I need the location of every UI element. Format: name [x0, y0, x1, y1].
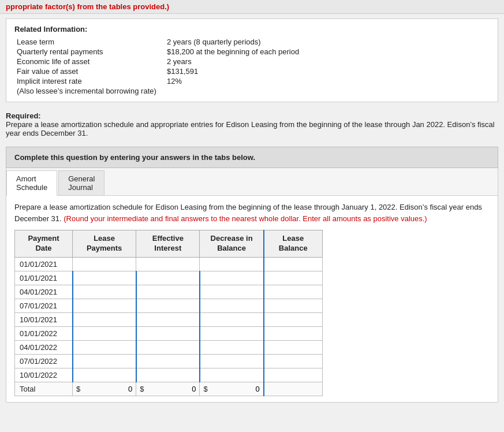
- row-1-lease-balance-input[interactable]: [268, 274, 319, 282]
- row-5-decrease-balance-input[interactable]: [209, 329, 260, 338]
- row-3-lease-balance-input[interactable]: [268, 301, 319, 310]
- row-1-decrease-balance-input[interactable]: [209, 274, 260, 282]
- row-4-effective-interest-cell: [136, 312, 200, 326]
- row-3-lease-payment-input[interactable]: [81, 301, 132, 310]
- total-dec-bal-dollar: $: [203, 385, 207, 393]
- row-4-date: 10/01/2021: [15, 312, 73, 326]
- col-header-payment-date: Payment Date: [15, 230, 73, 258]
- table-row: 01/01/2022: [15, 326, 323, 340]
- row-8-effective-interest-input[interactable]: [145, 371, 196, 379]
- row-5-decrease-balance-cell: [200, 326, 264, 340]
- row-6-decrease-balance-input[interactable]: [209, 343, 260, 352]
- row-8-lease-payment-input[interactable]: [81, 371, 132, 379]
- row-3-decrease-balance-cell: [200, 299, 264, 312]
- total-lease-balance-cell: [264, 382, 323, 396]
- row-6-lease-balance-cell: [264, 340, 323, 354]
- total-lease-payment-input[interactable]: [81, 385, 132, 393]
- row-2-lease-balance-cell: [264, 285, 323, 299]
- tab-amort-line1: Amort: [16, 174, 47, 183]
- row-2-lease-balance-input[interactable]: [268, 288, 319, 296]
- row-1-date: 01/01/2021: [15, 271, 73, 285]
- row-7-lease-balance-input[interactable]: [268, 357, 319, 366]
- row-0-decrease-balance-cell: [200, 257, 264, 271]
- row-4-effective-interest-input[interactable]: [145, 315, 196, 324]
- row-4-decrease-balance-cell: [200, 312, 264, 326]
- related-info-row-5: (Also lessee’s incremental borrowing rat…: [14, 86, 490, 96]
- row-0-lease-balance-input[interactable]: [268, 260, 319, 269]
- tab-journal[interactable]: General Journal: [58, 170, 104, 195]
- instruction-red: (Round your intermediate and final answe…: [64, 214, 427, 223]
- row-6-effective-interest-cell: [136, 340, 200, 354]
- instruction-block: Prepare a lease amortization schedule fo…: [14, 202, 490, 224]
- row-7-lease-payment-cell: [73, 354, 136, 368]
- related-info-title: Related Information:: [14, 25, 490, 33]
- row-7-effective-interest-cell: [136, 354, 200, 368]
- total-lease-payment-cell: $: [73, 382, 136, 396]
- row-6-lease-balance-input[interactable]: [268, 343, 319, 352]
- tab-journal-line2: Journal: [68, 183, 95, 192]
- required-label: Required:: [6, 111, 41, 120]
- row-7-decrease-balance-input[interactable]: [209, 357, 260, 366]
- row-4-lease-balance-input[interactable]: [268, 315, 319, 324]
- total-eff-int-dollar: $: [140, 385, 144, 393]
- row-7-lease-payment-input[interactable]: [81, 357, 132, 366]
- row-2-lease-payment-cell: [73, 285, 136, 299]
- col-header-effective-interest: EffectiveInterest: [136, 230, 200, 258]
- row-1-lease-balance-cell: [264, 271, 323, 285]
- row-8-decrease-balance-cell: [200, 368, 264, 382]
- row-1-effective-interest-input[interactable]: [145, 274, 196, 282]
- related-info-label-3: Fair value of asset: [14, 66, 165, 76]
- related-info-label-1: Quarterly rental payments: [14, 47, 165, 57]
- related-info-value-2: 2 years: [165, 57, 490, 66]
- row-1-lease-payment-input[interactable]: [81, 274, 132, 282]
- top-banner: ppropriate factor(s) from the tables pro…: [0, 0, 504, 14]
- row-6-effective-interest-input[interactable]: [145, 343, 196, 352]
- row-2-decrease-balance-input[interactable]: [209, 288, 260, 296]
- related-info-row-1: Quarterly rental payments$18,200 at the …: [14, 47, 490, 57]
- table-row: 01/01/2021: [15, 257, 323, 271]
- row-7-effective-interest-input[interactable]: [145, 357, 196, 366]
- row-8-lease-balance-input[interactable]: [268, 371, 319, 379]
- related-info-label-4: Implicit interest rate: [14, 76, 165, 86]
- row-5-effective-interest-input[interactable]: [145, 329, 196, 338]
- row-5-lease-balance-input[interactable]: [268, 329, 319, 338]
- row-2-date: 04/01/2021: [15, 285, 73, 299]
- col-header-lease-balance: Lease Balance: [264, 230, 323, 258]
- row-7-date: 07/01/2022: [15, 354, 73, 368]
- related-info-row-4: Implicit interest rate12%: [14, 76, 490, 86]
- total-row: Total $ $: [15, 382, 323, 396]
- row-8-lease-payment-cell: [73, 368, 136, 382]
- row-0-lease-balance-cell: [264, 257, 323, 271]
- row-2-lease-payment-input[interactable]: [81, 288, 132, 296]
- row-3-effective-interest-input[interactable]: [145, 301, 196, 310]
- row-4-decrease-balance-input[interactable]: [209, 315, 260, 324]
- tab-content-amort: Prepare a lease amortization schedule fo…: [6, 196, 498, 402]
- tab-amort[interactable]: Amort Schedule: [6, 170, 57, 196]
- row-3-decrease-balance-input[interactable]: [209, 301, 260, 310]
- row-8-decrease-balance-input[interactable]: [209, 371, 260, 379]
- row-6-lease-payment-input[interactable]: [81, 343, 132, 352]
- related-info-label-2: Economic life of asset: [14, 57, 165, 66]
- row-0-effective-interest-cell: [136, 257, 200, 271]
- row-2-effective-interest-input[interactable]: [145, 288, 196, 296]
- total-decrease-balance-input[interactable]: [209, 385, 260, 393]
- related-info-row-2: Economic life of asset2 years: [14, 57, 490, 66]
- row-0-lease-payment-cell: [73, 257, 136, 271]
- row-7-lease-balance-cell: [264, 354, 323, 368]
- row-4-lease-payment-input[interactable]: [81, 315, 132, 324]
- row-3-date: 07/01/2021: [15, 299, 73, 312]
- total-decrease-balance-cell: $: [200, 382, 264, 396]
- total-effective-interest-cell: $: [136, 382, 200, 396]
- tabs-bar: Amort Schedule General Journal: [6, 168, 498, 196]
- row-5-lease-payment-input[interactable]: [81, 329, 132, 338]
- related-info-table: Lease term2 years (8 quarterly periods)Q…: [14, 37, 490, 96]
- complete-banner-text: Complete this question by entering your …: [14, 153, 255, 162]
- required-section: Required: Prepare a lease amortization s…: [0, 107, 504, 142]
- row-5-date: 01/01/2022: [15, 326, 73, 340]
- row-1-effective-interest-cell: [136, 271, 200, 285]
- total-effective-interest-input[interactable]: [145, 385, 196, 393]
- related-info-value-4: 12%: [165, 76, 490, 86]
- complete-banner: Complete this question by entering your …: [6, 147, 498, 168]
- row-5-lease-balance-cell: [264, 326, 323, 340]
- row-8-date: 10/01/2022: [15, 368, 73, 382]
